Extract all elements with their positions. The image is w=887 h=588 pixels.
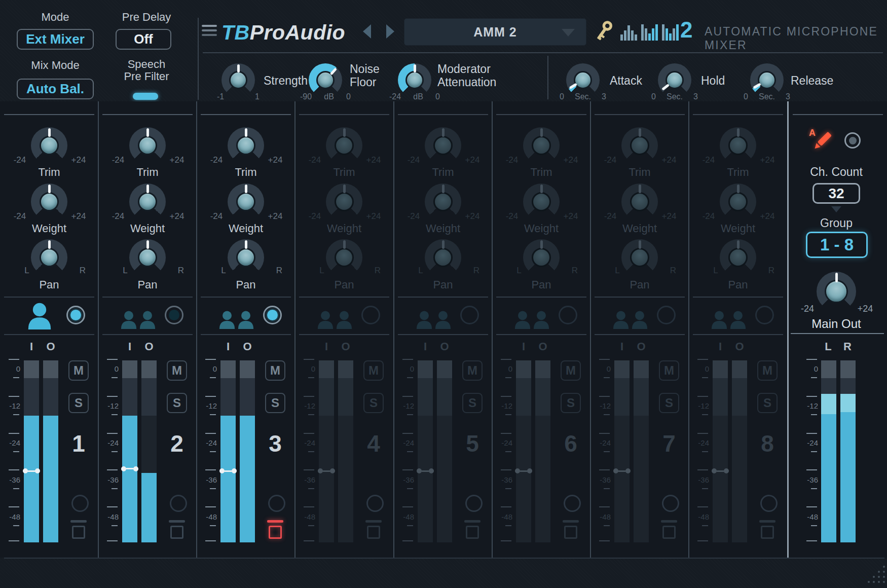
moderator-attenuation-knob-cap xyxy=(405,71,424,89)
meter-tick xyxy=(9,433,19,434)
channel-status-circle[interactable] xyxy=(268,495,285,512)
output-meter-segment xyxy=(43,378,58,416)
meter-tick xyxy=(806,506,817,507)
moderator-attenuation-scale-item: dB xyxy=(413,92,423,101)
main-meter-r-label: R xyxy=(839,340,856,353)
mute-button[interactable]: M xyxy=(659,360,679,381)
meter-tick xyxy=(599,433,610,434)
stop-button[interactable] xyxy=(70,520,87,540)
main-meter-l-label: L xyxy=(820,340,836,353)
meter-tick xyxy=(304,469,314,470)
solo-button[interactable]: S xyxy=(659,393,679,413)
channel-number: 8 xyxy=(750,430,785,457)
solo-button[interactable]: S xyxy=(757,393,778,413)
meter-tick-label: -24 xyxy=(494,438,512,447)
stop-button[interactable] xyxy=(169,520,185,540)
meter-tick xyxy=(210,377,216,378)
auto-write-pencil-icon[interactable]: A xyxy=(809,128,833,153)
meter-tick xyxy=(308,488,314,489)
meter-tick-label: 0 xyxy=(691,364,709,373)
meter-tick-label: -12 xyxy=(297,401,315,410)
stop-button[interactable] xyxy=(563,520,579,540)
bottom-rule xyxy=(4,558,884,559)
gate-threshold-marker[interactable] xyxy=(319,468,334,474)
output-meter-segment xyxy=(240,416,255,542)
hold-scale-item: 0 xyxy=(651,92,656,101)
channel-status-circle[interactable] xyxy=(564,495,581,512)
meter-tick xyxy=(308,377,314,378)
gate-threshold-marker[interactable] xyxy=(24,468,39,474)
marker-line xyxy=(224,470,232,472)
main-out-knob[interactable] xyxy=(817,272,856,311)
channel-meters: 0-12-24-36-48MS2 xyxy=(98,0,197,588)
solo-button[interactable]: S xyxy=(167,393,187,413)
mute-button[interactable]: M xyxy=(167,360,187,381)
group-button[interactable]: 1 - 8 xyxy=(806,232,868,258)
meter-tick xyxy=(501,359,511,360)
meter-tick xyxy=(697,433,708,434)
mute-button[interactable]: M xyxy=(265,360,285,381)
stop-button[interactable] xyxy=(365,520,382,540)
stop-button[interactable] xyxy=(759,520,775,540)
gate-threshold-marker[interactable] xyxy=(614,468,630,474)
solo-button[interactable]: S xyxy=(363,393,384,413)
channel-status-circle[interactable] xyxy=(465,495,483,512)
channel-status-circle[interactable] xyxy=(760,495,778,512)
output-meter-segment xyxy=(141,360,157,378)
output-meter-segment xyxy=(732,378,747,416)
meter-tick xyxy=(112,414,118,415)
solo-button[interactable]: S xyxy=(462,393,483,413)
mute-button[interactable]: M xyxy=(68,360,89,381)
gate-threshold-marker[interactable] xyxy=(418,468,433,474)
channel-meters: 0-12-24-36-48MS1 xyxy=(0,0,98,588)
channel-status-circle[interactable] xyxy=(71,495,89,512)
stop-button[interactable] xyxy=(661,520,677,540)
solo-button[interactable]: S xyxy=(265,393,285,413)
gate-threshold-marker[interactable] xyxy=(122,466,137,472)
master-indicator-radio[interactable] xyxy=(844,132,861,149)
gate-threshold-marker[interactable] xyxy=(220,468,236,474)
gate-threshold-marker[interactable] xyxy=(713,468,728,474)
mute-button[interactable]: M xyxy=(561,360,581,381)
channel-strip-1: -24+24Trim-24+24WeightLRPanIO0-12-24-36-… xyxy=(0,101,98,558)
mute-button[interactable]: M xyxy=(462,360,483,381)
input-meter-segment xyxy=(614,360,630,378)
main-meter-right-segment xyxy=(840,360,856,378)
meter-tick-label: 0 xyxy=(2,364,20,373)
meter-tick-label: -48 xyxy=(100,512,119,521)
meter-tick xyxy=(599,506,610,507)
meter-tick xyxy=(402,469,413,470)
solo-button[interactable]: S xyxy=(68,393,89,413)
mute-button[interactable]: M xyxy=(757,360,778,381)
ch-count-button[interactable]: 32 xyxy=(812,183,860,204)
stop-square xyxy=(466,526,479,539)
meter-tick-label: 0 xyxy=(199,364,217,373)
meter-tick xyxy=(304,396,314,397)
output-meter-segment xyxy=(634,360,649,378)
input-meter-segment xyxy=(220,416,236,542)
marker-line xyxy=(618,470,626,472)
channel-status-circle[interactable] xyxy=(170,495,187,512)
stop-bar xyxy=(759,520,775,523)
channel-status-circle[interactable] xyxy=(662,495,679,512)
channel-status-circle[interactable] xyxy=(366,495,384,512)
meter-tick xyxy=(9,359,19,360)
gate-threshold-marker[interactable] xyxy=(516,468,531,474)
stop-square xyxy=(367,526,380,539)
moderator-attenuation-scale: -24dB0 xyxy=(389,92,440,101)
meter-tick-label: -48 xyxy=(691,512,709,521)
stop-button[interactable] xyxy=(464,520,481,540)
output-meter-segment xyxy=(535,360,550,378)
solo-button[interactable]: S xyxy=(561,393,581,413)
meter-tick-label: -12 xyxy=(800,401,818,410)
meter-tick xyxy=(210,451,216,452)
meter-tick xyxy=(501,433,511,434)
meter-tick-label: -12 xyxy=(199,401,217,410)
meter-tick xyxy=(402,540,413,541)
grip-dot xyxy=(873,576,875,578)
noise-floor-scale: -90dB0 xyxy=(300,92,351,101)
noise-floor-label: Floor xyxy=(350,76,376,89)
stop-button[interactable] xyxy=(267,520,283,540)
mute-button[interactable]: M xyxy=(363,360,384,381)
meter-tick xyxy=(407,451,413,452)
